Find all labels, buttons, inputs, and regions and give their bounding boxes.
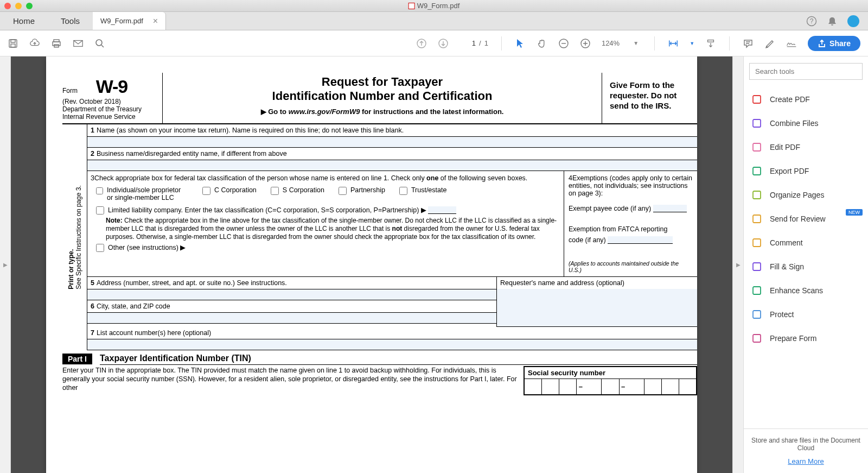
chk-other[interactable]: Other (see instructions) ▶	[96, 243, 559, 252]
email-icon[interactable]	[73, 38, 84, 49]
close-window-button[interactable]	[4, 3, 11, 9]
requester-addr-field[interactable]	[497, 289, 697, 327]
form-revision: (Rev. October 2018)	[62, 98, 121, 105]
sticky-note-icon[interactable]	[743, 38, 754, 49]
page-up-icon[interactable]	[416, 38, 427, 49]
tool-item-protect[interactable]: Protect	[744, 302, 868, 326]
minimize-window-button[interactable]	[15, 3, 22, 9]
svg-rect-23	[753, 287, 761, 294]
tool-item-combine-files[interactable]: Combine Files	[744, 111, 868, 135]
tool-item-edit-pdf[interactable]: Edit PDF	[744, 135, 868, 159]
expand-left-panel-icon[interactable]: ▶	[3, 262, 8, 268]
hand-tool-icon[interactable]	[537, 38, 547, 49]
cloud-upload-icon[interactable]	[29, 38, 40, 49]
tool-label: Edit PDF	[770, 143, 800, 152]
new-badge: NEW	[846, 209, 863, 216]
line7-label: List account number(s) here (optional)	[97, 329, 211, 337]
search-tools-input[interactable]	[749, 63, 863, 80]
requester-addr-label: Requester's name and address (optional)	[497, 277, 697, 289]
tool-icon	[751, 94, 762, 105]
sign-icon[interactable]	[786, 38, 797, 49]
window-title-text: W9_Form.pdf	[417, 2, 460, 10]
tab-home[interactable]: Home	[0, 12, 48, 30]
chk-partnership[interactable]: Partnership	[339, 186, 385, 195]
tool-icon	[751, 309, 762, 320]
tools-panel: Create PDFCombine FilesEdit PDFExport PD…	[743, 56, 868, 473]
fit-dropdown-icon[interactable]: ▼	[690, 41, 694, 46]
ssn-header: Social security number	[525, 367, 696, 379]
tool-item-comment[interactable]: Comment	[744, 231, 868, 255]
share-button[interactable]: Share	[808, 36, 860, 51]
tool-icon	[751, 213, 762, 224]
ssn-cells[interactable]: ––	[525, 379, 696, 394]
svg-rect-4	[11, 44, 15, 47]
zoom-dropdown-icon[interactable]: ▼	[630, 38, 641, 49]
save-icon[interactable]	[8, 38, 18, 49]
chk-s-corp[interactable]: S Corporation	[271, 186, 324, 195]
tab-tools[interactable]: Tools	[48, 12, 93, 30]
line7-field[interactable]	[87, 339, 697, 350]
fatca-field[interactable]	[608, 236, 673, 244]
page-down-icon[interactable]	[438, 38, 449, 49]
main-toolbar: / 1 124% ▼ ▼ Share	[0, 30, 868, 56]
user-avatar[interactable]	[847, 15, 859, 27]
tool-label: Combine Files	[770, 119, 818, 128]
zoom-in-icon[interactable]	[580, 38, 591, 49]
svg-rect-3	[11, 40, 15, 42]
tool-label: Create PDF	[770, 95, 810, 104]
learn-more-link[interactable]: Learn More	[751, 457, 860, 465]
notifications-icon[interactable]	[827, 16, 838, 27]
form-title-2: Identification Number and Certification	[168, 89, 596, 103]
box4-title: Exemptions (codes apply only to certain …	[569, 174, 692, 197]
tool-icon	[751, 166, 762, 176]
document-viewport[interactable]: Form W-9 (Rev. October 2018) Department …	[11, 56, 732, 473]
current-page-input[interactable]	[459, 39, 476, 47]
help-icon[interactable]: ?	[806, 16, 817, 27]
file-tab-label: W9_Form.pdf	[100, 17, 143, 25]
scroll-mode-icon[interactable]	[705, 38, 716, 49]
selection-tool-icon[interactable]	[515, 38, 526, 49]
line1-field[interactable]	[87, 137, 697, 148]
svg-rect-20	[753, 215, 761, 223]
line2-field[interactable]	[87, 160, 697, 171]
tool-icon	[751, 142, 762, 153]
print-icon[interactable]	[51, 38, 62, 49]
tool-item-enhance-scans[interactable]: Enhance Scans	[744, 279, 868, 302]
collapse-right-panel-icon[interactable]: ▶	[736, 262, 741, 268]
zoom-out-icon[interactable]	[558, 38, 569, 49]
chk-c-corp[interactable]: C Corporation	[202, 186, 257, 195]
tool-item-create-pdf[interactable]: Create PDF	[744, 87, 868, 111]
svg-rect-24	[753, 311, 761, 318]
page-indicator: / 1	[459, 39, 488, 47]
tool-item-send-for-review[interactable]: Send for ReviewNEW	[744, 207, 868, 231]
chk-trust[interactable]: Trust/estate	[399, 186, 447, 195]
fatca-note: (Applies to accounts maintained outside …	[569, 260, 693, 273]
window-title: W9_Form.pdf	[409, 2, 460, 10]
tool-item-prepare-form[interactable]: Prepare Form	[744, 326, 868, 350]
chk-llc[interactable]: Limited liability company. Enter the tax…	[96, 206, 559, 215]
svg-rect-6	[53, 42, 60, 46]
close-tab-button[interactable]: ×	[153, 16, 158, 26]
svg-text:?: ?	[810, 17, 814, 25]
find-icon[interactable]	[94, 38, 105, 49]
fit-width-icon[interactable]	[668, 38, 679, 49]
tool-item-export-pdf[interactable]: Export PDF	[744, 159, 868, 183]
goto-instructions: ▶ Go to www.irs.gov/FormW9 for instructi…	[168, 108, 596, 116]
tab-row: Home Tools W9_Form.pdf × ?	[0, 12, 868, 30]
tool-item-fill-sign[interactable]: Fill & Sign	[744, 255, 868, 279]
chk-individual[interactable]: Individual/sole proprietor or single-mem…	[96, 186, 188, 201]
maximize-window-button[interactable]	[26, 3, 33, 9]
line1-label: Name (as shown on your income tax return…	[97, 127, 404, 134]
tool-icon	[751, 237, 762, 248]
line6-label: City, state, and ZIP code	[97, 302, 170, 310]
svg-rect-19	[753, 191, 761, 199]
exempt-payee-field[interactable]	[653, 205, 687, 212]
tool-label: Send for Review	[770, 215, 826, 223]
line5-field[interactable]	[87, 289, 496, 300]
highlight-icon[interactable]	[764, 38, 775, 49]
tab-file-active[interactable]: W9_Form.pdf ×	[93, 12, 166, 30]
line6-field[interactable]	[87, 313, 496, 324]
tool-icon	[751, 333, 762, 344]
dept-line2: Internal Revenue Service	[62, 113, 158, 121]
tool-item-organize-pages[interactable]: Organize Pages	[744, 183, 868, 207]
